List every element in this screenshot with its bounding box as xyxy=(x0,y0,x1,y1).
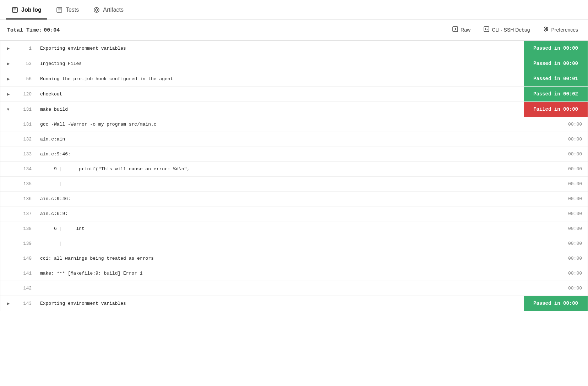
raw-button[interactable]: Raw xyxy=(449,24,473,35)
preferences-label: Preferences xyxy=(551,27,578,33)
sub-content xyxy=(37,285,559,292)
svg-rect-14 xyxy=(453,27,458,32)
sub-time: 00:00 xyxy=(559,196,588,202)
sub-content: 6 | int xyxy=(37,222,559,235)
sub-time: 00:00 xyxy=(559,211,588,216)
sub-time: 00:00 xyxy=(559,151,588,157)
svg-point-20 xyxy=(545,27,546,28)
step-toggle[interactable] xyxy=(0,301,16,306)
sub-content: ain.c:9:46: xyxy=(37,148,559,160)
preferences-button[interactable]: Preferences xyxy=(540,24,581,35)
step-toggle[interactable] xyxy=(0,92,16,96)
cli-label: CLI · SSH Debug xyxy=(492,27,530,33)
sub-line-number: 141 xyxy=(16,271,37,276)
sub-content: ain.c:6:9: xyxy=(37,208,559,220)
svg-point-22 xyxy=(545,30,546,31)
step-content: make build xyxy=(37,103,524,116)
sub-line-number: 142 xyxy=(16,286,37,291)
tab-tests[interactable]: Tests xyxy=(50,0,85,20)
log-container: 1Exporting environment variablesPassed i… xyxy=(0,40,588,311)
log-sub-row: 132ain.c:ain00:00 xyxy=(0,132,588,147)
tab-job-log[interactable]: Job log xyxy=(6,0,47,20)
status-badge: Passed in 00:01 xyxy=(524,71,588,86)
sub-time: 00:00 xyxy=(559,137,588,142)
sub-line-number: 131 xyxy=(16,122,37,127)
status-badge: Passed in 00:02 xyxy=(524,87,588,101)
log-sub-row: 140cc1: all warnings being treated as er… xyxy=(0,251,588,266)
sub-time: 00:00 xyxy=(559,122,588,127)
arrow-right-icon xyxy=(7,301,10,306)
log-step-row[interactable]: 53Injecting FilesPassed in 00:00 xyxy=(0,56,588,71)
sub-time: 00:00 xyxy=(559,226,588,231)
sub-line-number: 140 xyxy=(16,256,37,261)
sub-time: 00:00 xyxy=(559,241,588,246)
job-log-icon xyxy=(11,6,18,13)
step-line-number: 120 xyxy=(16,92,37,97)
step-line-number: 56 xyxy=(16,76,37,82)
status-badge: Failed in 00:00 xyxy=(524,102,588,117)
step-toggle[interactable] xyxy=(0,107,16,112)
step-content: checkout xyxy=(37,88,524,100)
step-line-number: 143 xyxy=(16,301,37,306)
arrow-down-icon xyxy=(6,107,10,112)
step-toggle[interactable] xyxy=(0,61,16,66)
tab-tests-label: Tests xyxy=(66,7,79,13)
sub-content: ain.c:9:46: xyxy=(37,193,559,205)
sub-line-number: 135 xyxy=(16,181,37,187)
log-step-row[interactable]: 143Exporting environment variablesPassed… xyxy=(0,296,588,311)
arrow-right-icon xyxy=(7,92,10,96)
sub-content: make: *** [Makefile:9: build] Error 1 xyxy=(37,267,559,280)
step-toggle[interactable] xyxy=(0,76,16,81)
log-sub-row: 134 9 | printf("This will cause an error… xyxy=(0,162,588,177)
toolbar-actions: Raw CLI · SSH Debug xyxy=(449,24,581,35)
tab-job-log-label: Job log xyxy=(21,7,42,13)
sub-content: | xyxy=(37,237,559,250)
status-badge: Passed in 00:00 xyxy=(524,41,588,56)
svg-point-9 xyxy=(96,9,98,11)
log-sub-row: 135 |00:00 xyxy=(0,177,588,192)
step-content: Running the pre-job hook configured in t… xyxy=(37,73,524,85)
tab-artifacts[interactable]: Artifacts xyxy=(87,0,129,20)
sub-content: cc1: all warnings being treated as error… xyxy=(37,252,559,265)
status-badge: Passed in 00:00 xyxy=(524,56,588,71)
arrow-right-icon xyxy=(7,46,10,51)
sub-line-number: 137 xyxy=(16,211,37,216)
sub-time: 00:00 xyxy=(559,271,588,276)
arrow-right-icon xyxy=(7,76,10,81)
log-sub-row: 141make: *** [Makefile:9: build] Error 1… xyxy=(0,266,588,281)
arrow-right-icon xyxy=(7,61,10,66)
sub-time: 00:00 xyxy=(559,256,588,261)
log-step-row[interactable]: 131make buildFailed in 00:00 xyxy=(0,102,588,117)
log-sub-row: 138 6 | int00:00 xyxy=(0,221,588,236)
raw-icon xyxy=(452,26,458,34)
log-step-row[interactable]: 56Running the pre-job hook configured in… xyxy=(0,71,588,87)
toolbar: Total Time: 00:04 Raw CLI · SSH Debug xyxy=(0,20,588,40)
sub-time: 00:00 xyxy=(559,166,588,172)
sub-line-number: 132 xyxy=(16,137,37,142)
step-line-number: 1 xyxy=(16,46,37,51)
log-sub-row: 14200:00 xyxy=(0,281,588,296)
log-sub-row: 136ain.c:9:46:00:00 xyxy=(0,192,588,206)
step-content: Injecting Files xyxy=(37,57,524,70)
tests-icon xyxy=(56,6,63,13)
tab-artifacts-label: Artifacts xyxy=(103,7,124,13)
log-sub-row: 137ain.c:6:9:00:00 xyxy=(0,206,588,221)
preferences-icon xyxy=(543,26,549,34)
cli-ssh-button[interactable]: CLI · SSH Debug xyxy=(480,24,533,35)
sub-line-number: 133 xyxy=(16,151,37,157)
total-time-label: Total Time: xyxy=(7,27,42,33)
status-badge: Passed in 00:00 xyxy=(524,296,588,311)
cli-icon xyxy=(483,26,490,34)
step-toggle[interactable] xyxy=(0,46,16,51)
sub-line-number: 136 xyxy=(16,196,37,202)
sub-time: 00:00 xyxy=(559,286,588,291)
log-sub-row: 139 |00:00 xyxy=(0,236,588,251)
log-sub-row: 131gcc -Wall -Werror -o my_program src/m… xyxy=(0,117,588,132)
raw-label: Raw xyxy=(461,27,470,33)
sub-content: 9 | printf("This will cause an error: %d… xyxy=(37,163,559,175)
log-step-row[interactable]: 1Exporting environment variablesPassed i… xyxy=(0,41,588,56)
step-content: Exporting environment variables xyxy=(37,297,524,310)
sub-content: ain.c:ain xyxy=(37,133,559,145)
step-content: Exporting environment variables xyxy=(37,42,524,55)
log-step-row[interactable]: 120checkoutPassed in 00:02 xyxy=(0,87,588,102)
